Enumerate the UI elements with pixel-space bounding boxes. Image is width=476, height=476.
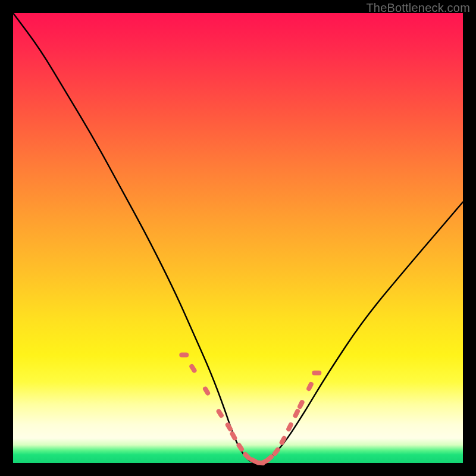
marker-pill [179, 353, 189, 358]
chart-frame: TheBottleneck.com [0, 0, 476, 476]
plot-area [13, 13, 463, 463]
highlight-markers [179, 353, 321, 466]
marker-pill [215, 408, 224, 419]
marker-pill [189, 363, 198, 374]
marker-pill [312, 371, 321, 375]
watermark-text: TheBottleneck.com [366, 1, 470, 15]
marker-pill [306, 381, 314, 392]
marker-pill [229, 431, 238, 441]
marker-pill [297, 399, 305, 410]
marker-pill [202, 386, 211, 396]
bottleneck-curve [13, 13, 463, 463]
marker-pill [292, 408, 300, 419]
chart-svg [13, 13, 463, 463]
